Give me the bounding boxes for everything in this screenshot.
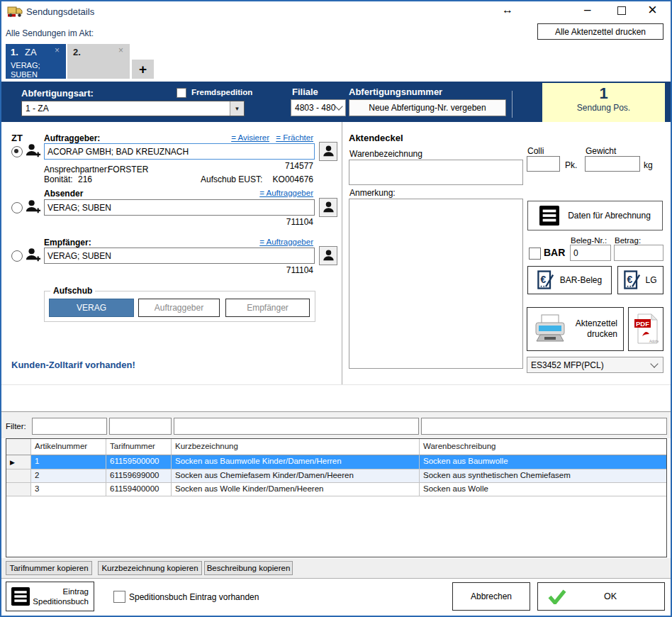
abfertigungsart-value: 1 - ZA	[22, 104, 230, 113]
list-icon	[11, 587, 30, 606]
cell-kurzbezeichnung: Socken aus Wolle Kinder/Damen/Heeren	[172, 483, 420, 496]
cell-artikelnummer: 1	[31, 455, 106, 469]
sendung-pos-box: 1 Sendung Pos.	[542, 83, 665, 122]
person-icon	[323, 201, 335, 215]
speditionsbuch-checkbox[interactable]	[113, 591, 125, 603]
abfertigungsart-select[interactable]: 1 - ZA ▼	[21, 101, 245, 116]
cell-artikelnummer: 3	[31, 483, 106, 496]
absender-radio[interactable]	[11, 202, 23, 213]
lg-button[interactable]: € LG	[617, 266, 663, 294]
bar-checkbox[interactable]	[529, 248, 541, 260]
close-button[interactable]: ×	[648, 1, 657, 19]
table-row-3[interactable]: 3 61159400000 Socken aus Wolle Kinder/Da…	[6, 483, 666, 496]
auftraggeber-contact-button[interactable]	[319, 142, 337, 161]
maximize-button[interactable]	[617, 6, 626, 15]
cell-tarifnummer: 61159699000	[106, 469, 172, 483]
col-header-warenbeschreibung[interactable]: Warenbeschreibung	[420, 439, 666, 455]
footer-bar: Eintrag Speditionsbuch Speditionsbuch Ei…	[0, 578, 672, 617]
cell-kurzbezeichnung: Socken aus Chemiefasem Kinder/Damen/Heer…	[172, 469, 420, 483]
aufschub-verag-button[interactable]: VERAG	[49, 299, 134, 317]
empfaenger-radio[interactable]	[11, 250, 23, 262]
filter-input-kurzbezeichnung[interactable]	[174, 418, 419, 435]
tab1-close-icon[interactable]: ×	[55, 45, 60, 55]
tab-shipment-2[interactable]: 2. ×	[67, 44, 130, 79]
link-fraechter[interactable]: = Frächter	[276, 133, 313, 142]
ok-button[interactable]: OK	[537, 582, 665, 611]
copy-tarifnummer-button[interactable]: Tarifnummer kopieren	[6, 561, 92, 575]
chevron-down-icon	[335, 102, 342, 110]
abfertigungsnummer-label: Abfertigungsnummer	[349, 87, 442, 97]
cell-tarifnummer: 61159400000	[106, 483, 172, 496]
gewicht-input[interactable]	[585, 156, 640, 172]
auftraggeber-input[interactable]	[44, 143, 315, 160]
betrag-input[interactable]	[614, 245, 663, 261]
link-absender-auftraggeber[interactable]: = Auftraggeber	[259, 189, 313, 197]
filter-input-warenbeschreibung[interactable]	[421, 418, 667, 435]
filiale-select[interactable]: 4803 - 480	[291, 99, 346, 116]
absender-input[interactable]	[44, 199, 315, 216]
aufschub-group: Aufschub VERAG Auftraggeber Empfänger	[44, 291, 315, 322]
filter-input-artikelnummer[interactable]	[32, 418, 107, 435]
truck-icon	[7, 5, 23, 18]
person-add-icon[interactable]	[25, 143, 41, 162]
aufschub-auftraggeber-button[interactable]: Auftraggeber	[138, 299, 220, 317]
aufschub-empfaenger-button[interactable]: Empfänger	[225, 299, 310, 317]
dispatch-band: Abfertigungsart: Fremdspedition 1 - ZA ▼…	[0, 82, 672, 122]
anmerkung-textarea[interactable]	[349, 199, 523, 369]
empfaenger-input[interactable]	[44, 248, 315, 264]
table-row-1[interactable]: ▶ 1 61159500000 Socken aus Baumwolle Kin…	[6, 455, 666, 469]
minimize-button[interactable]: –	[584, 3, 590, 17]
beleg-nr-label: Beleg-Nr.:	[571, 236, 607, 245]
col-header-kurzbezeichnung[interactable]: Kurzbezeichnung	[172, 439, 420, 455]
pdf-icon-text: PDF	[636, 320, 649, 328]
copy-beschreibung-button[interactable]: Beschreibung kopieren	[204, 561, 293, 575]
table-corner-cell	[6, 439, 31, 455]
sendungsdetails-window: Sendungsdetails ↔ – × Alle Sendungen im …	[0, 0, 672, 617]
person-add-icon[interactable]	[25, 247, 41, 267]
neue-abfertigung-nr-button[interactable]: Neue Abfertigung-Nr. vergeben	[349, 99, 506, 116]
fremdspedition-checkbox[interactable]	[177, 88, 186, 98]
empfaenger-label: Empfänger:	[44, 238, 91, 248]
beleg-nr-input[interactable]	[570, 245, 611, 261]
table-row-2[interactable]: 2 61159699000 Socken aus Chemiefasem Kin…	[6, 469, 666, 483]
copy-kurzbezeichnung-button[interactable]: Kurzbezeichnung kopieren	[98, 561, 202, 575]
abbrechen-button[interactable]: Abbrechen	[452, 582, 530, 611]
col-header-tarifnummer[interactable]: Tarifnummer	[106, 439, 172, 455]
eintrag-label-line1: Eintrag	[63, 587, 89, 596]
betrag-label: Betrag:	[615, 236, 641, 245]
kg-label: kg	[644, 160, 653, 170]
tab1-number: 1.	[11, 47, 18, 57]
tab2-number: 2.	[73, 47, 81, 57]
colli-input[interactable]	[527, 156, 560, 172]
bonitaet-label: Bonität:	[44, 174, 73, 184]
ansprechpartner-value: FORSTER	[108, 165, 148, 174]
gewicht-label: Gewicht	[586, 146, 616, 156]
print-all-aktenzettel-button[interactable]: Alle Aktenzettel drucken	[537, 23, 663, 40]
filter-input-tarifnummer[interactable]	[109, 418, 172, 435]
pdf-button[interactable]: PDF Adobe	[628, 307, 663, 351]
add-tab-button[interactable]: +	[132, 60, 154, 79]
svg-text:€: €	[540, 274, 546, 285]
auftraggeber-radio[interactable]	[11, 146, 23, 157]
aktenzettel-drucken-button[interactable]: Aktenzettel drucken	[527, 307, 624, 351]
resize-arrow-icon[interactable]: ↔	[502, 4, 513, 16]
link-empfaenger-auftraggeber[interactable]: = Auftraggeber	[259, 238, 313, 246]
link-avisierer[interactable]: = Avisierer	[231, 133, 269, 142]
absender-contact-button[interactable]	[319, 198, 337, 217]
warenbezeichnung-textarea[interactable]	[349, 160, 523, 185]
tab-shipment-1[interactable]: 1. ZA × VERAG; SUBEN	[6, 44, 66, 79]
printer-select[interactable]: ES3452 MFP(PCL)	[527, 357, 663, 373]
eintrag-speditionsbuch-button[interactable]: Eintrag Speditionsbuch	[6, 582, 94, 611]
bar-beleg-button[interactable]: € BAR-Beleg	[527, 266, 612, 294]
sendung-pos-value: 1	[542, 84, 665, 103]
person-add-icon[interactable]	[25, 199, 41, 218]
pk-label: Pk.	[565, 160, 577, 170]
col-header-artikelnummer[interactable]: Artikelnummer	[31, 439, 106, 455]
daten-abrechnung-button[interactable]: Daten für Abrechnung	[527, 201, 663, 230]
fremdspedition-label: Fremdspedition	[191, 88, 252, 96]
empfaenger-contact-button[interactable]	[319, 246, 337, 265]
anmerkung-label: Anmerkung:	[349, 188, 396, 198]
warenbezeichnung-label: Warenbezeichnung	[349, 149, 422, 159]
daten-abrechnung-label: Daten für Abrechnung	[568, 211, 651, 221]
tab2-close-icon[interactable]: ×	[118, 45, 123, 55]
